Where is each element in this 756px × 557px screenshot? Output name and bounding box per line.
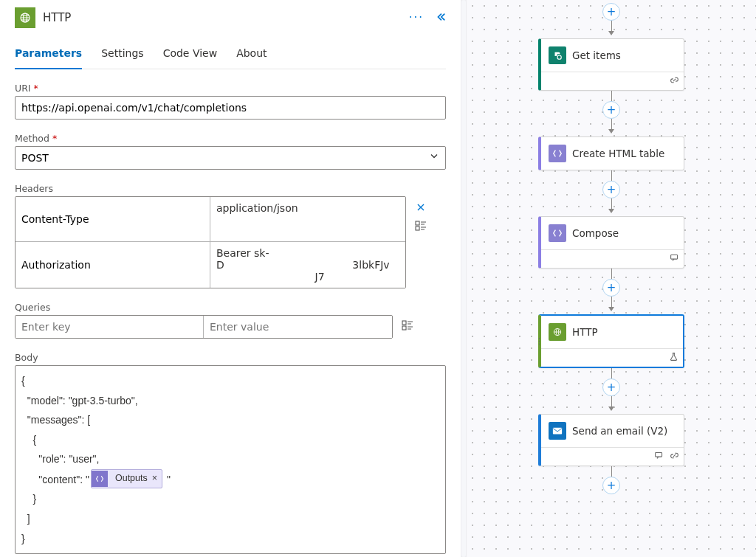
svg-point-6: [557, 55, 561, 59]
add-step-button[interactable]: +: [602, 101, 620, 119]
tab-parameters[interactable]: Parameters: [15, 47, 82, 69]
header-value-input[interactable]: application/json: [210, 197, 405, 241]
dataop-icon: [549, 145, 566, 162]
svg-rect-7: [671, 255, 678, 259]
flask-icon: [669, 352, 678, 364]
flow-node-compose[interactable]: Compose: [538, 216, 684, 269]
card-title: HTTP: [572, 326, 598, 338]
link-icon: [670, 451, 679, 463]
action-config-panel: HTTP ··· ParametersSettingsCode ViewAbou…: [0, 0, 461, 557]
header-value-input[interactable]: Bearer sk- D 3lbkFJv J7: [210, 242, 405, 288]
comment-icon: [654, 451, 664, 463]
query-key-input[interactable]: [16, 316, 204, 338]
add-step-button[interactable]: +: [602, 477, 620, 494]
method-select[interactable]: [15, 146, 446, 170]
svg-rect-11: [656, 452, 662, 457]
collapse-button[interactable]: [436, 11, 446, 25]
pane-divider[interactable]: [461, 0, 467, 557]
headers-table: application/jsonBearer sk- D 3lbkFJv J7: [15, 196, 406, 288]
svg-rect-2: [416, 221, 419, 225]
add-step-button[interactable]: +: [602, 181, 620, 198]
link-icon: [670, 75, 679, 87]
remove-header-button[interactable]: ×: [413, 199, 428, 214]
tab-code-view[interactable]: Code View: [163, 47, 218, 69]
tab-about[interactable]: About: [236, 47, 267, 69]
uri-label: URI: [15, 83, 31, 94]
headers-label: Headers: [15, 183, 446, 194]
queries-table: [15, 315, 393, 339]
card-title: Create HTML table: [572, 148, 664, 159]
method-label: Method: [15, 133, 49, 144]
switch-to-text-button[interactable]: [413, 218, 428, 233]
add-step-button[interactable]: +: [602, 279, 620, 297]
add-step-button[interactable]: +: [602, 378, 620, 396]
body-editor[interactable]: { "model": "gpt-3.5-turbo", "messages": …: [15, 365, 446, 554]
add-step-button[interactable]: +: [602, 3, 620, 21]
panel-title: HTTP: [43, 11, 71, 24]
queries-label: Queries: [15, 302, 446, 313]
flow-canvas[interactable]: +Get items+Create HTML table+Compose+⋮HT…: [467, 0, 756, 557]
svg-rect-5: [402, 326, 406, 330]
flow-node-send-an-email-v2-[interactable]: Send an email (V2): [538, 414, 684, 466]
sharepoint-icon: [549, 46, 566, 64]
http-icon: [15, 7, 35, 28]
http-icon: [549, 323, 566, 341]
dataop-icon: [549, 224, 566, 242]
body-label: Body: [15, 352, 446, 363]
more-menu-button[interactable]: ···: [409, 11, 424, 24]
svg-rect-10: [553, 428, 562, 435]
token-label: Outputs: [115, 470, 148, 488]
query-value-input[interactable]: [204, 316, 392, 338]
flow-node-get-items[interactable]: Get items: [538, 38, 684, 91]
card-title: Send an email (V2): [572, 425, 667, 437]
uri-input[interactable]: [15, 96, 446, 120]
card-title: Compose: [572, 227, 619, 239]
svg-rect-4: [402, 321, 406, 325]
svg-rect-3: [416, 226, 419, 230]
tab-settings[interactable]: Settings: [101, 47, 143, 69]
switch-to-text-button[interactable]: [400, 318, 415, 333]
comment-icon: [670, 253, 679, 265]
card-title: Get items: [572, 49, 621, 61]
header-key-input[interactable]: [16, 197, 210, 241]
flow-node-http[interactable]: ⋮HTTP: [538, 314, 684, 368]
flow-node-create-html-table[interactable]: Create HTML table: [538, 136, 684, 170]
header-key-input[interactable]: [16, 242, 210, 288]
email-icon: [549, 422, 566, 440]
remove-token-button[interactable]: ×: [152, 470, 157, 488]
outputs-token[interactable]: Outputs×: [91, 469, 162, 488]
drag-handle[interactable]: ⋮: [535, 339, 543, 344]
